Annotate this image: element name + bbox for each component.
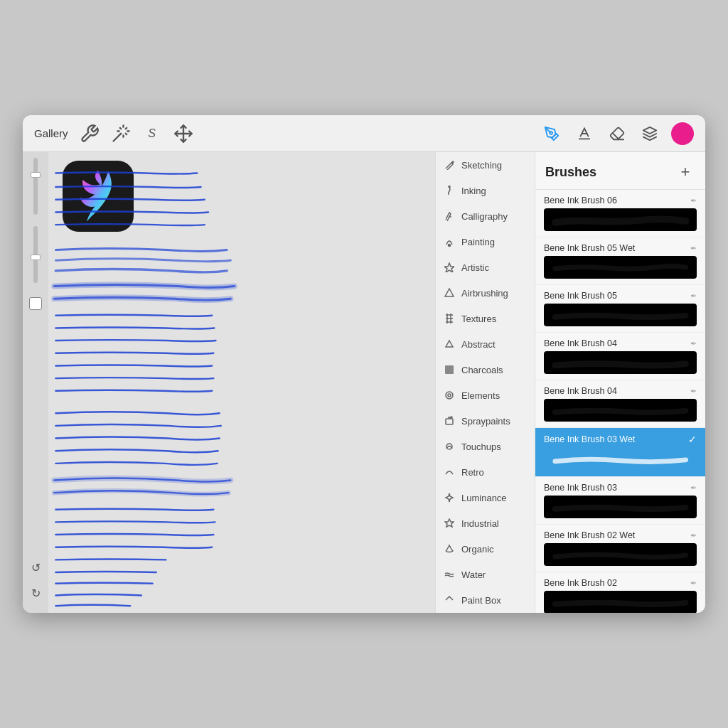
- category-item-airbrushing[interactable]: Airbrushing: [436, 280, 535, 306]
- category-label-textures: Textures: [461, 314, 496, 324]
- category-item-textures[interactable]: Textures: [436, 306, 535, 331]
- category-label-industrial: Industrial: [461, 518, 499, 529]
- color-picker[interactable]: [671, 122, 694, 145]
- category-item-luminance[interactable]: Luminance: [436, 485, 535, 510]
- category-label-paintbox: Paint Box: [461, 595, 501, 606]
- category-item-sketching[interactable]: Sketching: [436, 152, 535, 178]
- brush-preview-4: [544, 351, 697, 374]
- brush-preview-8: [544, 543, 697, 566]
- canvas-area[interactable]: [48, 152, 435, 613]
- brush-item-3[interactable]: Bene Ink Brush 05 ✒: [535, 285, 705, 333]
- category-item-organic[interactable]: Organic: [436, 536, 535, 562]
- magic-wand-icon[interactable]: [111, 124, 131, 144]
- category-list: Sketching Inking Calligraphy: [436, 152, 535, 613]
- category-item-charcoals[interactable]: Charcoals: [436, 357, 535, 382]
- water-icon: [443, 568, 456, 581]
- add-brush-button[interactable]: +: [675, 162, 695, 182]
- pen-tool-icon[interactable]: [540, 122, 563, 145]
- category-item-artistic[interactable]: Artistic: [436, 255, 535, 280]
- selection-icon[interactable]: S: [142, 124, 162, 144]
- brush-list-title: Brushes: [545, 165, 596, 180]
- brush-preview-2: [544, 256, 697, 279]
- brush-name-1: Bene Ink Brush 06 ✒: [544, 196, 697, 205]
- brush-preview-3: [544, 304, 697, 326]
- brush-preview-9: [544, 591, 697, 613]
- redo-button[interactable]: ↻: [27, 584, 44, 601]
- gallery-button[interactable]: Gallery: [34, 127, 68, 139]
- category-label-organic: Organic: [461, 544, 494, 555]
- airbrushing-icon: [443, 287, 456, 299]
- wrench-icon[interactable]: [80, 124, 100, 144]
- brush-item-6[interactable]: Bene Ink Brush 03 Wet ✓: [535, 428, 705, 477]
- app-window: Gallery S: [23, 115, 705, 613]
- brush-preview-6: [544, 448, 697, 471]
- paintbox-icon: [443, 594, 456, 606]
- brush-name-5: Bene Ink Brush 04 ✒: [544, 386, 697, 396]
- svg-rect-8: [445, 365, 454, 374]
- smudge-tool-icon[interactable]: [573, 122, 596, 145]
- svg-point-12: [451, 417, 452, 418]
- eraser-tool-icon[interactable]: [606, 122, 628, 145]
- brush-item-9[interactable]: Bene Ink Brush 02 ✒: [535, 572, 705, 613]
- textures-icon: [443, 312, 456, 325]
- svg-rect-11: [446, 419, 453, 424]
- undo-button[interactable]: ↺: [27, 559, 44, 576]
- artistic-icon: [443, 261, 456, 274]
- brush-item-4[interactable]: Bene Ink Brush 04 ✒: [535, 333, 705, 380]
- spraypaints-icon: [443, 414, 456, 427]
- category-item-paintbox[interactable]: Paint Box: [436, 587, 535, 613]
- brush-preview-1: [544, 208, 697, 231]
- category-item-inking[interactable]: Inking: [436, 178, 535, 203]
- size-slider[interactable]: [33, 226, 38, 283]
- category-item-spraypaints[interactable]: Spraypaints: [436, 408, 535, 434]
- brush-item-5[interactable]: Bene Ink Brush 04 ✒: [535, 380, 705, 428]
- category-item-abstract[interactable]: Abstract: [436, 331, 535, 357]
- svg-point-10: [448, 394, 451, 397]
- category-label-airbrushing: Airbrushing: [461, 288, 508, 299]
- main-content: ↺ ↻: [23, 152, 705, 613]
- category-label-touchups: Touchups: [461, 441, 501, 452]
- brush-list: Brushes + Bene Ink Brush 06 ✒: [535, 152, 705, 613]
- brush-item-8[interactable]: Bene Ink Brush 02 Wet ✒: [535, 525, 705, 572]
- category-item-industrial[interactable]: Industrial: [436, 510, 535, 536]
- brush-strokes-canvas: [48, 152, 435, 613]
- calligraphy-icon: [443, 210, 456, 223]
- opacity-slider[interactable]: [33, 158, 38, 215]
- category-item-elements[interactable]: Elements: [436, 382, 535, 408]
- brush-item-1[interactable]: Bene Ink Brush 06 ✒: [535, 190, 705, 237]
- category-label-water: Water: [461, 569, 486, 580]
- top-bar: Gallery S: [23, 115, 705, 152]
- brush-name-6: Bene Ink Brush 03 Wet ✓: [544, 434, 697, 445]
- category-label-elements: Elements: [461, 390, 500, 401]
- retro-icon: [443, 466, 456, 478]
- svg-point-2: [550, 132, 552, 134]
- brush-name-8: Bene Ink Brush 02 Wet ✒: [544, 530, 697, 540]
- brush-preview-7: [544, 496, 697, 518]
- category-item-painting[interactable]: Painting: [436, 229, 535, 255]
- brush-name-7: Bene Ink Brush 03 ✒: [544, 483, 697, 493]
- brush-list-header: Brushes +: [535, 152, 705, 190]
- top-bar-left: Gallery S: [34, 124, 193, 144]
- category-label-abstract: Abstract: [461, 339, 496, 350]
- category-label-inking: Inking: [461, 186, 486, 196]
- charcoals-icon: [443, 363, 456, 376]
- svg-point-5: [449, 245, 451, 247]
- category-label-luminance: Luminance: [461, 493, 507, 503]
- brush-item-7[interactable]: Bene Ink Brush 03 ✒: [535, 477, 705, 525]
- category-label-sketching: Sketching: [461, 160, 502, 171]
- sidebar-top: [29, 158, 42, 310]
- category-item-retro[interactable]: Retro: [436, 459, 535, 485]
- brush-name-2: Bene Ink Brush 05 Wet ✒: [544, 243, 697, 253]
- active-check-icon: ✓: [688, 434, 697, 445]
- brush-name-3: Bene Ink Brush 05 ✒: [544, 291, 697, 301]
- category-item-touchups[interactable]: Touchups: [436, 434, 535, 459]
- category-item-water[interactable]: Water: [436, 562, 535, 587]
- transform-icon[interactable]: [173, 124, 193, 144]
- touchups-icon: [443, 440, 456, 453]
- left-sidebar: ↺ ↻: [23, 152, 48, 613]
- layers-icon[interactable]: [638, 122, 661, 145]
- top-bar-right: [540, 122, 694, 145]
- selection-checkbox[interactable]: [29, 297, 42, 310]
- category-item-calligraphy[interactable]: Calligraphy: [436, 203, 535, 229]
- brush-item-2[interactable]: Bene Ink Brush 05 Wet ✒: [535, 237, 705, 285]
